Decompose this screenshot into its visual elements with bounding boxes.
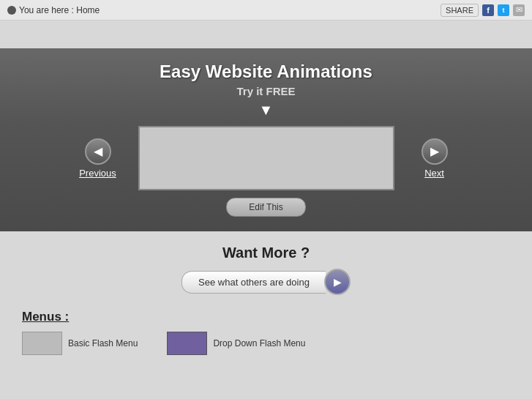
down-arrow-icon: ▼ (259, 102, 274, 119)
play-button[interactable]: ▶ (324, 269, 351, 295)
menu-thumb-basic (22, 332, 62, 355)
breadcrumb-area: You are here : Home (7, 5, 100, 15)
facebook-icon[interactable]: f (482, 4, 494, 16)
see-what-row: See what others are doing ▶ (15, 269, 517, 295)
gray-gap (0, 20, 532, 48)
menu-thumb-dropdown (167, 332, 207, 355)
menus-section: Menus : Basic Flash Menu Drop Down Flash… (15, 310, 517, 355)
breadcrumb: You are here : Home (19, 5, 100, 15)
share-label: SHARE (446, 6, 473, 15)
preview-box (138, 126, 394, 190)
section-title: Easy Website Animations (160, 61, 372, 82)
edit-button[interactable]: Edif This (226, 198, 305, 217)
list-item: Basic Flash Menu (22, 332, 138, 355)
right-arrow-icon: ▶ (430, 146, 439, 157)
want-more-title: Want More ? (15, 245, 517, 261)
see-what-button[interactable]: See what others are doing (181, 271, 326, 294)
nav-row: ◀ Previous ▶ Next (7, 126, 525, 190)
lower-section: Want More ? See what others are doing ▶ … (0, 231, 532, 362)
menu-label-dropdown: Drop Down Flash Menu (213, 338, 305, 348)
next-area: ▶ Next (394, 138, 475, 179)
menus-title: Menus : (22, 310, 510, 324)
menus-grid: Basic Flash Menu Drop Down Flash Menu (22, 332, 510, 355)
share-button[interactable]: SHARE (441, 4, 479, 17)
next-label[interactable]: Next (424, 168, 444, 179)
prev-button[interactable]: ◀ (85, 138, 111, 165)
menu-label-basic: Basic Flash Menu (68, 338, 138, 348)
play-icon: ▶ (334, 276, 342, 288)
share-area: SHARE f t ✉ (441, 4, 525, 17)
list-item: Drop Down Flash Menu (167, 332, 305, 355)
prev-area: ◀ Previous (58, 138, 138, 179)
section-subtitle: Try it FREE (236, 85, 295, 97)
main-section: Easy Website Animations Try it FREE ▼ ◀ … (0, 48, 532, 231)
left-arrow-icon: ◀ (94, 146, 102, 157)
prev-label[interactable]: Previous (79, 168, 116, 179)
twitter-icon[interactable]: t (498, 4, 509, 16)
next-button[interactable]: ▶ (422, 138, 448, 165)
breadcrumb-dot-icon (7, 6, 16, 15)
top-bar: You are here : Home SHARE f t ✉ (0, 0, 532, 20)
mail-icon[interactable]: ✉ (513, 4, 525, 16)
